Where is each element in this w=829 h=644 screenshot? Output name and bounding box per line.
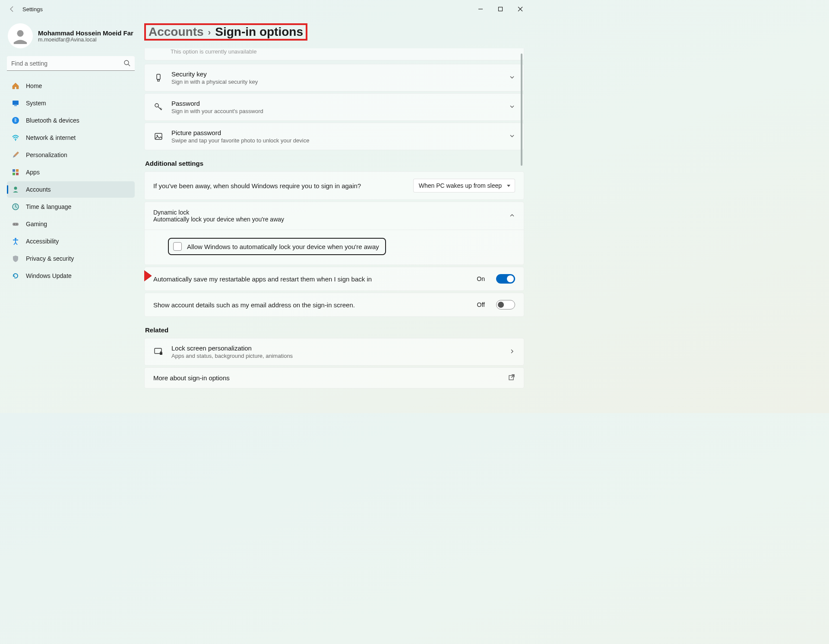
svg-rect-9 — [13, 169, 15, 172]
svg-rect-19 — [157, 74, 160, 79]
chevron-down-icon — [509, 74, 515, 82]
bluetooth-icon — [11, 116, 20, 125]
svg-point-8 — [15, 140, 16, 141]
option-require-signin[interactable]: If you've been away, when should Windows… — [144, 171, 524, 200]
nav-bluetooth[interactable]: Bluetooth & devices — [7, 112, 135, 129]
nav-apps[interactable]: Apps — [7, 164, 135, 180]
external-link-icon — [508, 374, 515, 382]
svg-rect-6 — [14, 105, 17, 106]
svg-rect-15 — [13, 223, 19, 226]
scrollbar[interactable] — [521, 54, 522, 166]
person-icon — [11, 185, 20, 194]
chevron-right-icon — [509, 348, 515, 356]
nav-gaming[interactable]: Gaming — [7, 216, 135, 232]
svg-rect-11 — [13, 173, 15, 175]
nav: Home System Bluetooth & devices Network … — [7, 78, 135, 284]
restart-apps-toggle[interactable] — [496, 274, 515, 284]
svg-rect-10 — [16, 169, 19, 172]
home-icon — [11, 82, 20, 90]
svg-point-21 — [155, 104, 158, 107]
require-signin-select[interactable]: When PC wakes up from sleep — [413, 179, 515, 193]
security-key-icon — [153, 73, 164, 82]
system-icon — [11, 99, 20, 107]
search-icon — [123, 60, 130, 68]
chevron-right-icon: › — [208, 27, 211, 37]
globe-clock-icon — [11, 202, 20, 211]
chevron-up-icon — [509, 212, 515, 220]
accessibility-icon — [11, 237, 20, 246]
option-picture-password[interactable]: Picture passwordSwipe and tap your favor… — [144, 123, 524, 150]
option-restart-apps[interactable]: Automatically save my restartable apps a… — [144, 267, 524, 291]
breadcrumb: Accounts › Sign-in options — [144, 23, 307, 41]
option-security-key[interactable]: Security keySign in with a physical secu… — [144, 64, 524, 92]
key-icon — [153, 102, 164, 112]
svg-line-4 — [128, 64, 130, 66]
svg-point-3 — [124, 60, 129, 65]
breadcrumb-parent[interactable]: Accounts — [149, 25, 204, 39]
chevron-down-icon — [509, 133, 515, 140]
breadcrumb-current: Sign-in options — [215, 25, 303, 39]
related-more-signin[interactable]: More about sign-in options — [144, 367, 524, 388]
checkbox[interactable] — [173, 242, 182, 251]
svg-point-2 — [17, 30, 23, 37]
nav-personalization[interactable]: Personalization — [7, 147, 135, 163]
svg-point-18 — [15, 238, 16, 240]
minimize-button[interactable] — [471, 2, 490, 16]
nav-network[interactable]: Network & internet — [7, 129, 135, 146]
sidebar: Mohammad Hossein Moeid Far m.moeidfar@Av… — [7, 21, 135, 284]
titlebar: Settings — [0, 0, 532, 18]
nav-accounts[interactable]: Accounts — [7, 181, 135, 198]
shield-icon — [11, 254, 20, 263]
monitor-lock-icon — [153, 347, 164, 357]
apps-icon — [11, 168, 20, 177]
chevron-down-icon — [509, 104, 515, 111]
close-button[interactable] — [510, 2, 530, 16]
maximize-button[interactable] — [490, 2, 510, 16]
back-button[interactable] — [5, 2, 19, 16]
window-title: Settings — [22, 6, 43, 13]
avatar — [8, 23, 33, 48]
clipped-option: This option is currently unavailable — [144, 48, 524, 60]
option-dynamic-lock[interactable]: Dynamic lock Automatically lock your dev… — [144, 202, 524, 230]
user-profile[interactable]: Mohammad Hossein Moeid Far m.moeidfar@Av… — [7, 21, 135, 51]
nav-accessibility[interactable]: Accessibility — [7, 233, 135, 249]
picture-icon — [153, 132, 164, 141]
svg-point-23 — [157, 135, 158, 136]
content-area: Accounts › Sign-in options This option i… — [144, 23, 524, 413]
svg-rect-20 — [158, 79, 159, 81]
svg-rect-12 — [16, 173, 19, 175]
related-lock-screen[interactable]: Lock screen personalizationApps and stat… — [144, 338, 524, 366]
nav-time-language[interactable]: Time & language — [7, 199, 135, 215]
gamepad-icon — [11, 220, 20, 228]
option-password[interactable]: PasswordSign in with your account's pass… — [144, 93, 524, 121]
svg-rect-5 — [13, 101, 19, 105]
dynamic-lock-checkbox-row[interactable]: Allow Windows to automatically lock your… — [168, 238, 386, 255]
user-email: m.moeidfar@Avina.local — [38, 37, 133, 43]
related-header: Related — [145, 326, 524, 334]
update-icon — [11, 271, 20, 280]
annotation-arrow — [144, 268, 152, 285]
additional-settings-header: Additional settings — [145, 160, 524, 167]
nav-windows-update[interactable]: Windows Update — [7, 268, 135, 284]
brush-icon — [11, 151, 20, 159]
svg-point-17 — [16, 224, 17, 225]
nav-privacy[interactable]: Privacy & security — [7, 250, 135, 267]
search-input[interactable] — [7, 56, 135, 71]
svg-rect-26 — [161, 351, 162, 353]
svg-point-13 — [14, 187, 17, 190]
nav-system[interactable]: System — [7, 95, 135, 111]
svg-point-16 — [14, 224, 15, 225]
user-name: Mohammad Hossein Moeid Far — [38, 29, 133, 37]
dynamic-lock-body: Allow Windows to automatically lock your… — [144, 230, 524, 265]
svg-rect-22 — [155, 133, 162, 139]
nav-home[interactable]: Home — [7, 78, 135, 94]
option-show-account-details[interactable]: Show account details such as my email ad… — [144, 293, 524, 317]
show-details-toggle[interactable] — [496, 300, 515, 309]
wifi-icon — [11, 133, 20, 142]
svg-rect-1 — [499, 7, 503, 11]
